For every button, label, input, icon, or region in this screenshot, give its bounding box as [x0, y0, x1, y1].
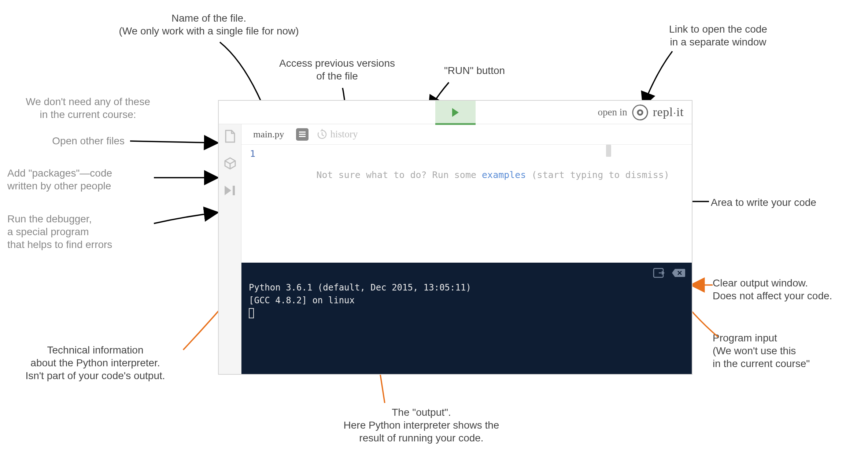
history-button[interactable]: history [317, 129, 358, 140]
annotation-interp-info: Technical informationabout the Python in… [7, 344, 183, 382]
annotation-versions: Access previous versionsof the file [264, 57, 410, 82]
svg-rect-3 [233, 186, 235, 195]
input-icon[interactable] [653, 268, 665, 278]
annotation-open-files: Open other files [22, 134, 125, 147]
console-line: Python 3.6.1 (default, Dec 2015, 13:05:1… [249, 282, 471, 293]
annotation-file-name: Name of the file.(We only work with a si… [114, 12, 304, 37]
annotation-output: The "output".Here Python interpreter sho… [319, 406, 524, 444]
annotation-clear: Clear output window.Does not affect your… [713, 277, 863, 302]
cursor-icon [249, 308, 254, 318]
files-icon[interactable] [223, 129, 237, 143]
replit-logo-text: repl⸱it [653, 105, 684, 119]
open-in-replit-link[interactable]: open in repl⸱it [598, 104, 692, 121]
replit-logo-icon [632, 104, 649, 121]
console-line: [GCC 4.8.2] on linux [249, 295, 355, 306]
annotation-debugger: Run the debugger,a special programthat h… [7, 212, 147, 251]
run-button[interactable] [435, 101, 476, 124]
topbar: open in repl⸱it [219, 101, 692, 124]
copy-button-icon[interactable] [296, 128, 309, 141]
history-icon [317, 129, 328, 140]
annotation-editor-area: Area to write your code [711, 196, 854, 209]
code-editor[interactable]: 1 Not sure what to do? Run some examples… [241, 145, 692, 263]
svg-point-2 [639, 111, 642, 114]
open-in-label: open in [598, 107, 627, 118]
tabs-row: main.py history [241, 124, 692, 145]
history-label: history [330, 129, 358, 140]
annotation-open-link: Link to open the codein a separate windo… [649, 23, 788, 48]
debugger-icon[interactable] [223, 184, 237, 197]
annotation-sidebar-intro: We don't need any of thesein the current… [9, 95, 167, 121]
code-area[interactable]: Not sure what to do? Run some examples (… [260, 145, 692, 263]
annotation-input: Program input(We won't use thisin the cu… [713, 332, 859, 370]
line-gutter: 1 [241, 145, 260, 263]
annotation-packages: Add "packages"—codewritten by other peop… [7, 167, 150, 192]
repl-window: open in repl⸱it [218, 100, 692, 375]
file-tab[interactable]: main.py [250, 127, 288, 141]
annotation-run: "RUN" button [432, 64, 517, 77]
sidebar [219, 124, 241, 374]
placeholder-text: Not sure what to do? Run some examples (… [317, 170, 669, 180]
packages-icon[interactable] [223, 156, 237, 170]
output-console[interactable]: Python 3.6.1 (default, Dec 2015, 13:05:1… [241, 263, 692, 374]
clear-output-icon[interactable] [671, 268, 685, 278]
scrollbar-icon[interactable] [606, 145, 611, 157]
